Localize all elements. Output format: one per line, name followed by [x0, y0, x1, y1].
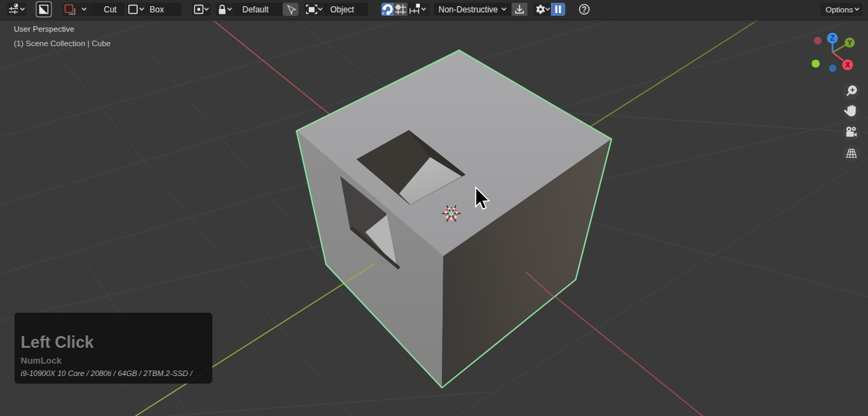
svg-text:Y: Y: [847, 39, 852, 47]
svg-text:?: ?: [582, 5, 587, 14]
svg-text:Default: Default: [243, 5, 270, 14]
svg-text:Z: Z: [830, 34, 835, 42]
svg-text:Box: Box: [150, 5, 164, 14]
svg-text:Object: Object: [330, 5, 354, 14]
svg-text:Non-Destructive: Non-Destructive: [438, 5, 498, 14]
svg-text:Options: Options: [826, 6, 854, 14]
svg-text:Cut: Cut: [104, 5, 117, 14]
svg-text:X: X: [845, 61, 850, 69]
